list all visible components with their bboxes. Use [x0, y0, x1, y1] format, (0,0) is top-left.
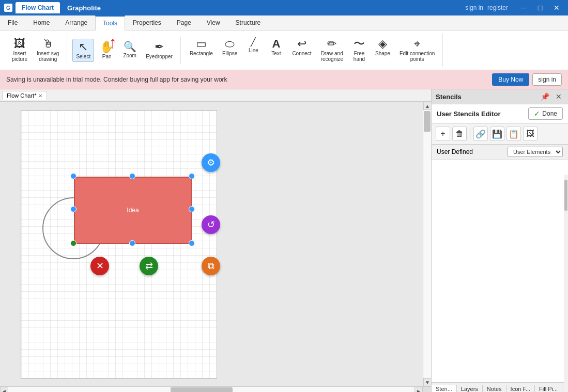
eyedropper-label: Eyedropper [146, 54, 173, 59]
copy-action-button[interactable]: ⧉ [202, 257, 220, 275]
stencils-tab-iconf[interactable]: Icon F... [506, 385, 535, 393]
vscroll-up[interactable]: ▲ [423, 102, 431, 110]
insert-picture-button[interactable]: 🖼 Insertpicture [8, 36, 31, 65]
stencils-category-dropdown[interactable]: User Elements [508, 147, 563, 157]
hscroll-thumb[interactable] [171, 387, 233, 392]
ellipse-button[interactable]: ⬭ Ellipse [219, 36, 241, 59]
connect-icon: ↩ [297, 38, 306, 50]
handle-mr[interactable] [189, 206, 195, 212]
signin-button[interactable]: sign in [532, 73, 562, 86]
stencils-category-select[interactable]: User Elements [508, 147, 563, 157]
register-link[interactable]: register [487, 4, 508, 11]
done-button[interactable]: ✓ Done [528, 107, 563, 120]
tab-properties[interactable]: Properties [125, 15, 169, 30]
canvas-viewport: Idea [0, 102, 431, 392]
stencils-vscroll-thumb[interactable] [564, 180, 567, 211]
copy-icon: ⧉ [208, 261, 214, 272]
trial-banner: Saving is unavailable in trial mode. Con… [0, 70, 568, 89]
tab-home[interactable]: Home [25, 15, 57, 30]
stencils-vscroll[interactable] [564, 175, 568, 392]
title-bar-auth: sign in register [465, 4, 508, 11]
shape-label: Idea [127, 207, 139, 214]
ribbon-content: 🖼 Insertpicture 🖱 Insert svgdrawing ↖ Se… [0, 30, 568, 70]
tab-page[interactable]: Page [169, 15, 199, 30]
tab-structure[interactable]: Structure [228, 15, 269, 30]
handle-tr[interactable] [189, 173, 195, 179]
title-tab-flowchart[interactable]: Flow Chart [16, 2, 60, 13]
stencils-content [432, 160, 568, 382]
stencils-link-button[interactable]: 🔗 [473, 127, 488, 141]
stencils-delete-button[interactable]: 🗑 [452, 127, 467, 141]
maximize-button[interactable]: □ [533, 3, 547, 13]
rectangle-button[interactable]: ▭ Rectangle [186, 36, 217, 59]
minimize-button[interactable]: ─ [516, 3, 531, 13]
stencils-image-button[interactable]: 🖼 [523, 127, 538, 141]
stencils-pin-button[interactable]: 📌 [539, 91, 551, 102]
canvas-tab-label: Flow Chart* [7, 92, 36, 99]
stencils-tab-layers[interactable]: Layers [457, 385, 483, 393]
tab-file[interactable]: File [0, 15, 25, 30]
insert-picture-label: Insertpicture [12, 51, 27, 62]
close-button[interactable]: ✕ [549, 3, 564, 13]
stencils-clipboard-button[interactable]: 📋 [506, 127, 521, 141]
stencils-category-row: User Defined User Elements [432, 145, 568, 160]
stencils-close-button[interactable]: ✕ [554, 91, 564, 102]
canvas-hscroll[interactable]: ◄ ► [0, 386, 423, 392]
handle-bc[interactable] [129, 240, 135, 246]
pan-button[interactable]: ✋ Pan [96, 39, 117, 62]
drawing-canvas: Idea [0, 102, 423, 386]
connect-button[interactable]: ↩ Connect [288, 36, 315, 59]
ribbon-group-tools: ↖ Select ✋ Pan 🔍 Zoom ✒ Eyedropper [68, 37, 181, 64]
ribbon-group-shapes: ▭ Rectangle ⬭ Ellipse ╱ Line A Text ↩ [182, 34, 443, 67]
hscroll-left[interactable]: ◄ [0, 387, 8, 392]
tab-arrange[interactable]: Arrange [57, 15, 95, 30]
ellipse-label: Ellipse [222, 51, 237, 56]
vscroll-track[interactable] [423, 110, 431, 378]
zoom-button[interactable]: 🔍 Zoom [119, 39, 140, 61]
signin-link[interactable]: sign in [465, 4, 483, 11]
insert-picture-icon: 🖼 [14, 38, 25, 50]
stencils-add-button[interactable]: + [436, 127, 450, 141]
stencils-tab-fillpi[interactable]: Fill Pi... [535, 385, 562, 393]
insert-svg-button[interactable]: 🖱 Insert svgdrawing [33, 36, 63, 65]
canvas-tab-close[interactable]: ✕ [38, 93, 42, 99]
stencils-tab-notes[interactable]: Notes [483, 385, 506, 393]
canvas-vscroll[interactable]: ▲ ▼ [423, 102, 431, 386]
select-button[interactable]: ↖ Select [72, 39, 94, 62]
freehand-icon: 〜 [354, 38, 365, 50]
handle-tc[interactable] [129, 173, 135, 179]
swap-action-button[interactable]: ⇄ [140, 257, 158, 275]
rect-shape[interactable]: Idea [74, 177, 192, 244]
hscroll-right[interactable]: ► [415, 387, 423, 392]
vscroll-thumb[interactable] [424, 111, 431, 132]
freehand-button[interactable]: 〜 Freehand [349, 36, 370, 65]
eyedropper-button[interactable]: ✒ Eyedropper [142, 39, 176, 62]
vscroll-down[interactable]: ▼ [423, 378, 431, 386]
zoom-label: Zoom [123, 53, 136, 58]
draw-recognize-button[interactable]: ✏ Draw andrecognize [317, 36, 347, 65]
ribbon-tabs: File Home Arrange Tools Properties Page … [0, 15, 568, 30]
edit-connection-label: Edit connectionpoints [400, 51, 435, 62]
settings-action-button[interactable]: ⚙ [202, 153, 220, 172]
canvas-tab-flowchart[interactable]: Flow Chart* ✕ [2, 91, 47, 100]
edit-connection-button[interactable]: ⌖ Edit connectionpoints [396, 36, 438, 65]
buy-now-button[interactable]: Buy Now [492, 73, 529, 86]
ribbon: File Home Arrange Tools Properties Page … [0, 15, 568, 70]
handle-br[interactable] [189, 240, 195, 246]
tab-tools[interactable]: Tools [95, 15, 125, 30]
handle-ml[interactable] [70, 206, 76, 212]
line-label: Line [249, 48, 258, 53]
delete-action-button[interactable]: ✕ [90, 257, 109, 275]
tab-view[interactable]: View [199, 15, 228, 30]
title-bar-left: G Flow Chart Grapholite [4, 2, 101, 13]
shape-button[interactable]: ◈ Shape [372, 36, 394, 59]
hscroll-track[interactable] [8, 387, 415, 392]
pan-icon: ✋ [100, 41, 114, 53]
line-button[interactable]: ╱ Line [243, 36, 264, 56]
stencils-save-button[interactable]: 💾 [490, 127, 504, 141]
handle-bl[interactable] [70, 240, 76, 246]
stencils-tab-sten[interactable]: Sten... [432, 385, 457, 393]
rotate-action-button[interactable]: ↺ [202, 215, 220, 234]
text-button[interactable]: A Text [266, 36, 286, 59]
handle-tl[interactable] [70, 173, 76, 179]
